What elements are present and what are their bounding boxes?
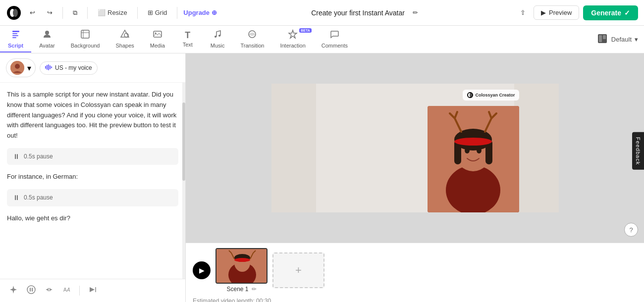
avatar-icon xyxy=(42,29,52,41)
pause-insert-button[interactable] xyxy=(25,283,38,298)
tab-transition[interactable]: Transition xyxy=(233,26,272,52)
sparkle-button[interactable] xyxy=(7,283,20,298)
pencil-icon: ✏ xyxy=(413,9,418,16)
default-icon xyxy=(596,33,608,46)
timeline-scenes: ▶ xyxy=(193,248,637,293)
svg-rect-4 xyxy=(12,33,17,34)
pause-icon-2: ⏸ xyxy=(13,192,20,203)
svg-rect-31 xyxy=(30,288,31,292)
svg-marker-18 xyxy=(289,30,297,38)
svg-rect-8 xyxy=(81,30,89,38)
checkmark-icon: ✓ xyxy=(624,9,630,17)
avatar-photo xyxy=(428,106,519,212)
svg-rect-27 xyxy=(50,65,51,69)
tab-avatar[interactable]: Avatar xyxy=(31,26,63,52)
tab-background[interactable]: Background xyxy=(63,26,108,52)
tab-script[interactable]: Script xyxy=(0,26,31,52)
scene-thumb-img xyxy=(216,249,267,283)
pause-block-1[interactable]: ⏸ 0.5s pause xyxy=(7,148,178,165)
preview-play-button[interactable] xyxy=(86,283,99,298)
svg-point-7 xyxy=(45,31,49,35)
divider xyxy=(62,7,63,19)
page-title: Create your first Instant Avatar xyxy=(311,9,405,17)
text-icon: T xyxy=(185,31,190,40)
toolbar: Script Avatar Background Shapes xyxy=(0,26,644,53)
grid-button[interactable]: ⊞ Grid xyxy=(144,7,171,18)
svg-point-44 xyxy=(477,148,482,153)
left-panel: ▾ US - my voice This is a sample script xyxy=(0,53,186,302)
generate-button[interactable]: Generate ✓ xyxy=(583,5,638,20)
svg-marker-29 xyxy=(10,286,17,294)
background-icon xyxy=(80,29,90,41)
svg-rect-21 xyxy=(603,35,606,39)
upgrade-button[interactable]: Upgrade ⊕ xyxy=(183,9,217,16)
canvas-area: Colossyan Creator ? ▶ xyxy=(186,53,644,302)
add-scene-button[interactable]: + xyxy=(272,252,324,288)
preview-play-icon: ▶ xyxy=(541,9,546,16)
svg-point-42 xyxy=(454,138,492,146)
pause-icon: ⏸ xyxy=(13,151,20,162)
scene-play-button[interactable]: ▶ xyxy=(193,261,211,279)
topbar: ↩ ↪ ⧉ ⬜ Resize ⊞ Grid Upgrade ⊕ Create y… xyxy=(0,0,644,26)
script-text-3[interactable]: Hallo, wie geht es dir? xyxy=(7,213,178,224)
canvas-right-panel xyxy=(514,84,559,212)
tab-comments[interactable]: Comments xyxy=(314,26,356,52)
share-icon: ⇧ xyxy=(520,9,526,16)
copy-button[interactable]: ⧉ xyxy=(69,7,81,19)
canvas-scene: Colossyan Creator xyxy=(271,84,559,212)
scrollbar-thumb[interactable] xyxy=(182,102,185,181)
script-text-2[interactable]: For instance, in German: xyxy=(7,172,178,182)
tab-media[interactable]: Media xyxy=(142,26,173,52)
svg-rect-6 xyxy=(12,37,16,38)
chevron-down-icon: ▾ xyxy=(635,36,638,43)
share-button[interactable]: ⇧ xyxy=(516,7,530,18)
panel-header: ▾ US - my voice xyxy=(0,53,185,83)
svg-rect-25 xyxy=(47,65,48,70)
svg-point-16 xyxy=(218,35,220,37)
script-text-1[interactable]: This is a sample script for your new ins… xyxy=(7,90,178,141)
divider4 xyxy=(177,7,177,19)
resize-button[interactable]: ⬜ Resize xyxy=(94,7,131,18)
svg-text:A: A xyxy=(63,287,67,293)
default-selector[interactable]: Default ▾ xyxy=(596,33,644,46)
tab-text[interactable]: T Text xyxy=(173,28,203,51)
svg-rect-3 xyxy=(12,31,19,32)
divider3 xyxy=(137,7,138,19)
avatar-selector[interactable]: ▾ xyxy=(6,58,36,77)
upgrade-icon: ⊕ xyxy=(212,9,217,16)
scene-1-label: Scene 1 ✏ xyxy=(215,286,268,293)
topbar-right: ⇧ ▶ Preview Generate ✓ xyxy=(516,5,638,20)
undo-button[interactable]: ↩ xyxy=(26,7,39,18)
svg-rect-20 xyxy=(599,35,602,42)
edit-scene-icon[interactable]: ✏ xyxy=(252,286,257,293)
preview-button[interactable]: ▶ Preview xyxy=(534,5,579,20)
canvas-background: Colossyan Creator ? xyxy=(186,53,644,243)
redo-button[interactable]: ↪ xyxy=(43,7,56,18)
pause-block-2[interactable]: ⏸ 0.5s pause xyxy=(7,189,178,206)
voice-selector[interactable]: US - my voice xyxy=(40,61,98,75)
feedback-tab[interactable]: Feedback xyxy=(632,132,644,170)
edit-title-button[interactable]: ✏ xyxy=(409,7,422,18)
undo-icon: ↩ xyxy=(30,9,35,16)
resize-icon: ⬜ xyxy=(98,9,106,16)
tab-interaction[interactable]: Interaction BETA xyxy=(272,26,313,52)
break-button[interactable] xyxy=(43,283,55,298)
svg-point-15 xyxy=(215,36,216,38)
translate-button[interactable]: A A xyxy=(60,283,73,298)
avatar-on-canvas[interactable] xyxy=(428,106,519,212)
svg-rect-32 xyxy=(32,288,33,292)
add-scene-wrapper: + xyxy=(272,252,324,288)
estimated-length: Estimated video length: 00:30 xyxy=(193,298,637,302)
canvas-viewport: Colossyan Creator ? xyxy=(186,53,644,243)
svg-rect-24 xyxy=(45,66,46,69)
svg-rect-13 xyxy=(154,31,161,37)
svg-rect-28 xyxy=(51,66,52,68)
tab-music[interactable]: Music xyxy=(203,26,233,52)
svg-point-2 xyxy=(13,9,18,17)
help-button[interactable]: ? xyxy=(624,223,638,237)
svg-rect-5 xyxy=(12,35,18,36)
scene-1-thumbnail[interactable] xyxy=(215,248,268,284)
tab-shapes[interactable]: Shapes xyxy=(108,26,142,52)
grid-icon: ⊞ xyxy=(148,9,153,16)
svg-point-52 xyxy=(234,258,250,262)
